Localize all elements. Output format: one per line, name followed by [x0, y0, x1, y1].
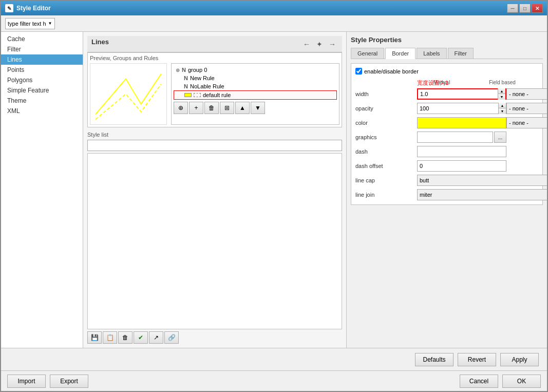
rule-group0-label: group 0	[188, 67, 207, 73]
tabs: General Border Labels Filter	[351, 48, 543, 59]
color-picker-container	[417, 117, 506, 128]
opacity-field-select[interactable]: - none -	[506, 103, 547, 114]
opacity-field-based: - none -	[506, 103, 547, 114]
tab-general[interactable]: General	[351, 48, 384, 59]
title-bar-controls[interactable]: ─ □ ✕	[507, 4, 543, 13]
rule-group0[interactable]: ⊕ N group 0	[174, 66, 337, 74]
width-input[interactable]	[418, 89, 498, 99]
svg-rect-0	[90, 64, 166, 124]
width-field-based: - none -	[506, 88, 547, 100]
sidebar-item-theme[interactable]: Theme	[1, 96, 83, 106]
rule-n-icon: N	[182, 67, 186, 73]
title-bar-left: ✎ Style Editor	[5, 4, 51, 12]
sidebar-item-polygons[interactable]: Polygons	[1, 75, 83, 85]
style-list-box	[87, 153, 342, 329]
opacity-input[interactable]	[418, 103, 498, 114]
style-btn-copy[interactable]: 📋	[103, 331, 117, 344]
style-btn-save[interactable]: 💾	[87, 331, 102, 344]
width-spin-up[interactable]: ▲	[498, 88, 505, 94]
graphics-input-group: ...	[417, 132, 506, 143]
opacity-label: opacity	[355, 105, 417, 111]
back-arrow-icon[interactable]: ←	[301, 39, 312, 49]
graphics-input[interactable]	[417, 132, 493, 143]
cancel-button[interactable]: Cancel	[460, 375, 498, 388]
center-title: Lines	[91, 38, 109, 46]
rules-box: ⊕ N group 0 N New Rule N NoLable Rule	[171, 63, 339, 125]
width-spin-down[interactable]: ▼	[498, 94, 505, 100]
apply-button[interactable]: Apply	[500, 353, 539, 366]
rule-n3-icon: N	[184, 83, 188, 89]
rule-nolable[interactable]: N NoLable Rule	[174, 82, 337, 90]
rule-default[interactable]: default rule	[174, 90, 337, 100]
import-button[interactable]: Import	[7, 375, 46, 388]
header-row: Manual Field based	[355, 80, 538, 87]
tab-labels[interactable]: Labels	[417, 48, 446, 59]
export-button[interactable]: Export	[50, 375, 88, 388]
style-list-filter-input[interactable]	[87, 140, 342, 151]
close-button[interactable]: ✕	[532, 4, 543, 13]
main-content: type filter text h ▼ Cache Filter Lines …	[1, 15, 547, 391]
style-btn-delete[interactable]: 🗑	[118, 331, 133, 344]
dash-offset-input[interactable]	[417, 160, 506, 172]
dash-offset-input-container	[417, 160, 506, 172]
rule-btn-duplicate[interactable]: ⊞	[220, 102, 234, 114]
rule-btn-add[interactable]: +	[189, 102, 203, 114]
ok-button[interactable]: OK	[502, 375, 541, 388]
main-window: ✎ Style Editor ─ □ ✕ type filter text h …	[0, 0, 548, 392]
sidebar-item-cache[interactable]: Cache	[1, 34, 83, 44]
dash-label: dash	[355, 148, 417, 155]
width-spin-btns: ▲ ▼	[498, 88, 505, 100]
opacity-spin-down[interactable]: ▼	[499, 108, 506, 114]
color-label: color	[355, 120, 417, 126]
filter-dropdown[interactable]: type filter text h ▼	[5, 18, 55, 29]
footer-right: Cancel OK	[460, 375, 541, 388]
width-label: width	[355, 91, 417, 97]
prop-grid: width 宽度设置为1 ▲ ▼	[355, 88, 538, 200]
right-panel: Style Properties General Border Labels F…	[347, 32, 547, 348]
field-based-header: Field based	[466, 80, 538, 85]
toolbar: type filter text h ▼	[1, 15, 547, 32]
defaults-button[interactable]: Defaults	[415, 353, 453, 366]
style-btn-link[interactable]: 🔗	[164, 331, 179, 344]
dash-input[interactable]	[417, 146, 506, 157]
line-join-select-container: miter round bevel	[417, 189, 547, 200]
group-icon: ⊕	[176, 67, 180, 73]
tab-filter[interactable]: Filter	[448, 48, 474, 59]
graphics-browse-button[interactable]: ...	[494, 132, 506, 143]
center-header: Lines ← ✦ →	[87, 36, 342, 52]
color-field-select[interactable]: - none -	[506, 117, 547, 128]
rule-default-label: default rule	[203, 92, 231, 98]
forward-arrow-icon[interactable]: →	[327, 39, 338, 49]
enable-border-checkbox[interactable]	[355, 68, 362, 74]
sidebar-item-filter[interactable]: Filter	[1, 44, 83, 54]
line-cap-label: line cap	[355, 177, 417, 183]
rule-btn-delete[interactable]: 🗑	[204, 102, 219, 114]
center-panel: Lines ← ✦ → Preview, Groups and Rules	[83, 32, 347, 348]
line-join-label: line join	[355, 192, 417, 198]
rule-n2-icon: N	[184, 75, 188, 81]
minimize-button[interactable]: ─	[507, 4, 518, 13]
rule-btn-addgroup[interactable]: ⊕	[174, 102, 188, 114]
opacity-spin-btns: ▲ ▼	[498, 103, 506, 114]
sidebar-item-lines[interactable]: Lines	[1, 54, 83, 65]
style-btn-apply[interactable]: ✔	[134, 331, 148, 344]
properties-area: enable/disable border Manual Field based…	[351, 63, 543, 205]
rule-btn-up[interactable]: ▲	[235, 102, 250, 114]
rule-btn-down[interactable]: ▼	[251, 102, 265, 114]
width-field-select[interactable]: - none -	[506, 88, 547, 100]
maximize-button[interactable]: □	[519, 4, 531, 13]
sidebar-item-xml[interactable]: XML	[1, 106, 83, 116]
sidebar-item-simple-feature[interactable]: Simple Feature	[1, 85, 83, 96]
tab-border[interactable]: Border	[385, 48, 415, 59]
style-list-title: Style list	[87, 132, 342, 138]
line-cap-select[interactable]: butt round square	[417, 175, 547, 186]
sidebar-item-points[interactable]: Points	[1, 65, 83, 75]
style-btn-export[interactable]: ↗	[149, 331, 163, 344]
revert-button[interactable]: Revert	[458, 353, 496, 366]
rule-new-rule[interactable]: N New Rule	[174, 74, 337, 82]
line-join-select[interactable]: miter round bevel	[417, 189, 547, 200]
opacity-spin-up[interactable]: ▲	[499, 103, 506, 108]
color-swatch-button[interactable]	[417, 117, 506, 128]
preview-section: Preview, Groups and Rules	[87, 52, 342, 127]
preview-inner: ⊕ N group 0 N New Rule N NoLable Rule	[90, 63, 339, 125]
